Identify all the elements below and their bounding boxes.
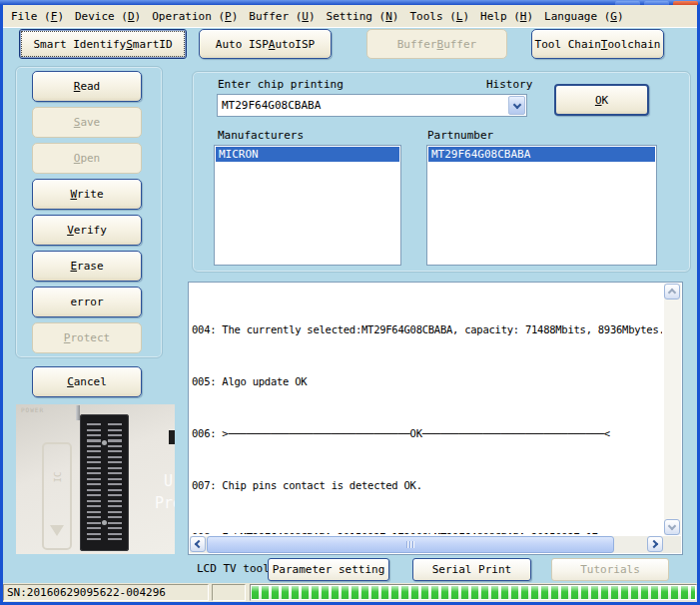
parameter-setting-button[interactable]: Parameter setting	[268, 558, 389, 581]
pcb-component	[169, 430, 175, 444]
serial-number-text: SN:20160629095622-004296	[7, 586, 166, 599]
log-output[interactable]: 004: The currently selected:MT29F64G08CB…	[188, 282, 683, 555]
progress-fill	[252, 586, 695, 599]
chip-combo[interactable]: MT29F64G08CBABA	[217, 94, 527, 117]
minimize-button[interactable]	[615, 1, 640, 5]
vertical-scrollbar[interactable]	[664, 284, 681, 535]
write-button[interactable]: Write	[32, 179, 142, 210]
menu-bar: File (F) Device (D) Operation (P) Buffer…	[3, 5, 697, 28]
status-bar: SN:20160629095622-004296	[3, 583, 697, 602]
log-line: 004: The currently selected:MT29F64G08CB…	[192, 321, 662, 338]
menu-item-operation[interactable]: Operation (P)	[152, 10, 238, 23]
list-item-partnumber-selected[interactable]: MT29F64G08CBABA	[428, 147, 655, 162]
scroll-right-button[interactable]	[647, 536, 663, 552]
close-button[interactable]	[673, 1, 698, 5]
chevron-down-icon	[668, 522, 676, 530]
tab-auto-isp[interactable]: Auto ISP AutoISP	[199, 29, 332, 59]
app-window: File (F) Device (D) Operation (P) Buffer…	[0, 0, 700, 605]
status-spacer-panel	[212, 584, 246, 601]
log-line: 008: F:\MT29F64G08CBABA_20150927_172009\…	[192, 529, 662, 534]
progress-bar	[250, 584, 697, 601]
tab-tool-chain[interactable]: Tool Chain Toolchain	[531, 29, 664, 59]
zif-screw-top	[102, 440, 107, 445]
scroll-up-button[interactable]	[664, 284, 680, 300]
brand-label-top: U	[164, 472, 173, 490]
cancel-button[interactable]: Cancel	[32, 366, 142, 397]
brand-label-bottom: Pro	[155, 494, 175, 512]
enter-chip-label: Enter chip printing	[218, 78, 344, 91]
manufacturers-list[interactable]: MICRON	[214, 145, 401, 266]
titlebar	[0, 0, 700, 5]
log-line: 005: Algo update OK	[192, 373, 662, 390]
scroll-down-button[interactable]	[664, 519, 680, 535]
open-button: Open	[32, 143, 142, 174]
device-photo: POWER IC U Pro	[16, 404, 175, 554]
zif-slots-right	[108, 423, 122, 542]
sn-panel: SN:20160629095622-004296	[3, 584, 209, 601]
menu-item-tools[interactable]: Tools (L)	[409, 10, 469, 23]
tab-buffer: Buffer Buffer	[366, 29, 507, 59]
zif-screw-bottom	[102, 520, 107, 525]
menu-item-setting[interactable]: Setting (N)	[327, 10, 399, 23]
ic-silkscreen: IC	[42, 442, 72, 550]
power-label: POWER	[21, 406, 44, 413]
protect-button: Protect	[32, 322, 142, 353]
manufacturers-label: Manufacturers	[218, 129, 304, 142]
save-button: Save	[32, 107, 142, 138]
serial-print-button[interactable]: Serial Print	[412, 558, 531, 581]
list-item-manufacturer-selected[interactable]: MICRON	[216, 147, 399, 162]
log-line: 006: >──────────────────────────────OK──…	[192, 425, 662, 442]
history-label: History	[486, 78, 532, 91]
combo-dropdown-button[interactable]	[508, 96, 525, 115]
maximize-button[interactable]	[644, 1, 669, 5]
chevron-up-icon	[668, 289, 676, 297]
menu-item-help[interactable]: Help (H)	[480, 10, 533, 23]
scrollbar-thumb[interactable]	[207, 536, 614, 553]
chevron-left-icon	[195, 540, 203, 548]
menu-item-device[interactable]: Device (D)	[75, 10, 141, 23]
scrollbar-corner	[663, 536, 681, 553]
tutorials-button: Tutorials	[551, 558, 669, 581]
scroll-left-button[interactable]	[190, 536, 206, 552]
menu-item-file[interactable]: File (F)	[11, 10, 64, 23]
verify-button[interactable]: Verify	[32, 215, 142, 246]
partnumber-label: Partnumber	[427, 129, 493, 142]
chip-combo-value: MT29F64G08CBABA	[218, 99, 321, 112]
chevron-down-icon	[512, 100, 520, 108]
window-border-left	[0, 0, 3, 605]
chevron-right-icon	[650, 540, 658, 548]
error-button[interactable]: error	[32, 287, 142, 317]
partnumber-list[interactable]: MT29F64G08CBABA	[426, 145, 657, 266]
zif-slots-left	[87, 423, 101, 542]
lcd-tv-label: LCD TV tool	[197, 562, 270, 575]
tab-smart-identify[interactable]: Smart Identify SmartID	[19, 29, 187, 59]
read-button[interactable]: Read	[32, 71, 142, 102]
ic-label: IC	[53, 472, 63, 483]
erase-button[interactable]: Erase	[32, 251, 142, 282]
ok-button[interactable]: OK	[554, 84, 649, 116]
log-text: 004: The currently selected:MT29F64G08CB…	[192, 287, 662, 534]
arrow-down-icon	[50, 525, 64, 536]
menu-item-language[interactable]: Language (G)	[544, 10, 623, 23]
zif-socket	[80, 414, 129, 551]
menu-item-buffer[interactable]: Buffer (U)	[249, 10, 315, 23]
horizontal-scrollbar[interactable]	[190, 536, 663, 553]
log-line: 007: Chip pins contact is detected OK.	[192, 477, 662, 494]
